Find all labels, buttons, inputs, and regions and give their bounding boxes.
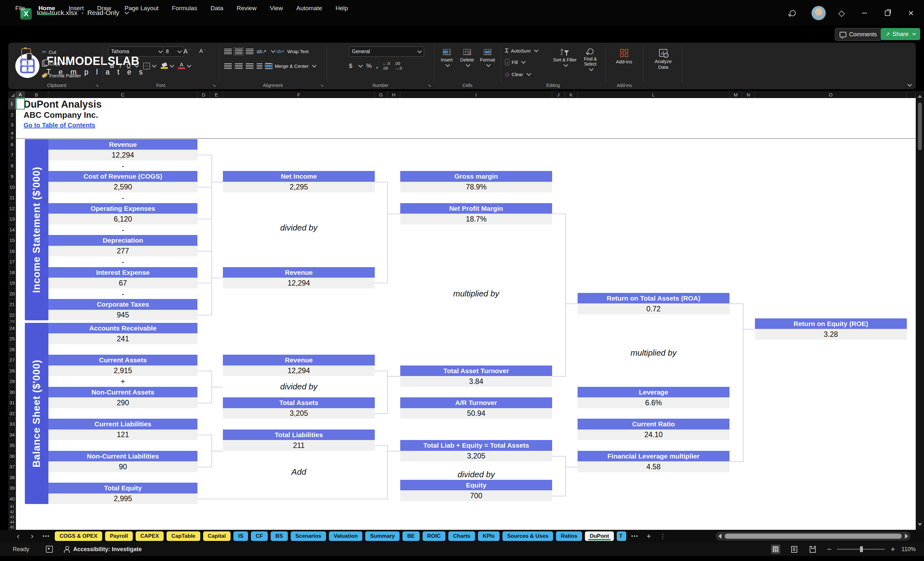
restore-button[interactable] (882, 8, 893, 18)
flow-node-header-bs_current_assets[interactable]: Current Assets (48, 355, 197, 366)
row-header[interactable]: 27 (8, 355, 16, 366)
dialog-launcher-icon[interactable]: ↘ (95, 83, 99, 87)
menu-formulas[interactable]: Formulas (171, 3, 198, 14)
flow-node-value-ar_turnover[interactable]: 50.94 (400, 408, 552, 418)
scroll-left-icon[interactable] (718, 534, 722, 539)
flow-node-value-gross_margin[interactable]: 78.9% (400, 182, 552, 192)
sheet-options-icon[interactable]: ⋮ (657, 532, 668, 540)
flow-node-value-is_opex[interactable]: 6,120 (48, 214, 197, 225)
row-header[interactable]: 25 (8, 333, 16, 344)
flow-node-value-is_depreciation[interactable]: 277 (48, 246, 197, 256)
flow-node-header-current_ratio[interactable]: Current Ratio (578, 418, 729, 429)
menu-view[interactable]: View (269, 3, 284, 14)
flow-node-value-bs_noncurrent_liabilities[interactable]: 90 (48, 461, 197, 472)
row-header[interactable]: 28 (8, 366, 16, 376)
font-family-select[interactable]: Tahoma (108, 46, 165, 57)
premium-diamond-icon[interactable]: ◇ (836, 8, 847, 18)
flow-node-value-total_assets[interactable]: 3,205 (223, 408, 375, 418)
flow-node-value-bs_noncurrent_assets[interactable]: 290 (48, 398, 197, 408)
chevron-down-icon[interactable] (152, 63, 156, 68)
flow-node-header-is_interest[interactable]: Interest Expense (48, 267, 197, 278)
horizontal-scroll-thumb[interactable] (724, 534, 902, 539)
menu-home[interactable]: Home (38, 3, 56, 14)
column-header[interactable]: I (400, 91, 552, 98)
flow-node-header-tle_total_assets[interactable]: Total Liab + Equity = Total Assets (400, 440, 552, 451)
analyze-data-button[interactable]: Analyze Data (650, 46, 677, 70)
row-header[interactable]: 19 (8, 278, 16, 288)
find-select-button[interactable]: Find & Select (578, 45, 602, 70)
flow-node-value-roa[interactable]: 0.72 (578, 303, 729, 314)
font-size-select[interactable]: 8 (163, 46, 184, 57)
chevron-down-icon[interactable] (170, 63, 174, 68)
flow-node-value-bs_current_assets[interactable]: 2,915 (48, 366, 197, 376)
row-header[interactable]: 36 (8, 451, 16, 461)
flow-node-header-is_cogs[interactable]: Cost of Revenue (COGS) (48, 171, 197, 182)
flow-node-header-ar_turnover[interactable]: A/R Turnover (400, 398, 552, 408)
vertical-scrollbar[interactable] (916, 91, 924, 530)
borders-button[interactable] (143, 63, 150, 69)
flow-node-value-bs_total_equity[interactable]: 2,995 (48, 494, 197, 504)
flow-node-header-bs_total_equity[interactable]: Total Equity (48, 483, 197, 494)
column-header[interactable]: H (387, 91, 400, 98)
clear-button[interactable]: ◇ Clear (505, 69, 531, 79)
chevron-down-icon[interactable] (271, 48, 275, 53)
row-header[interactable]: 21 (8, 299, 16, 310)
row-header[interactable]: 16 (8, 246, 16, 256)
row-header[interactable]: 23 (8, 320, 16, 323)
column-header[interactable]: O (755, 91, 907, 98)
select-all-corner[interactable] (8, 91, 16, 98)
flow-node-value-flm[interactable]: 4.58 (578, 461, 729, 472)
column-header[interactable]: C (48, 91, 197, 98)
dialog-launcher-icon[interactable]: ↘ (428, 83, 431, 87)
flow-node-header-total_liabilities[interactable]: Total Liabilities (223, 429, 375, 440)
flow-node-header-equity[interactable]: Equity (400, 480, 552, 490)
align-center-icon[interactable] (235, 63, 243, 69)
flow-node-value-revenue_f1[interactable]: 12,294 (223, 278, 375, 288)
next-sheet-icon[interactable]: › (27, 532, 38, 541)
menu-file[interactable]: File (15, 3, 26, 14)
addins-button[interactable]: Add-ins (612, 46, 636, 64)
column-header[interactable]: J (552, 91, 565, 98)
sheet-tab-dupont[interactable]: DuPont (585, 531, 614, 541)
row-header[interactable]: 34 (8, 429, 16, 440)
number-format-select[interactable]: General (349, 46, 424, 57)
column-header[interactable]: L (578, 91, 729, 98)
row-header[interactable]: 15 (8, 235, 16, 246)
row-header[interactable]: 35 (8, 440, 16, 451)
sheet-tab-cf[interactable]: CF (251, 531, 268, 541)
sheet-tab-ratios[interactable]: Ratios (556, 531, 582, 541)
flow-node-value-leverage[interactable]: 6.6% (578, 398, 729, 408)
row-header[interactable]: 33 (8, 418, 16, 429)
flow-node-value-is_revenue[interactable]: 12,294 (48, 150, 197, 160)
align-middle-icon[interactable] (235, 49, 243, 54)
align-bottom-icon[interactable] (246, 49, 254, 54)
flow-node-value-total_asset_turnover[interactable]: 3.84 (400, 376, 552, 387)
wrap-text-button[interactable]: ab↵ Wrap Text (276, 46, 309, 56)
horizontal-scrollbar[interactable] (716, 532, 910, 541)
flow-node-value-roe[interactable]: 3.28 (755, 329, 907, 340)
flow-node-header-is_taxes[interactable]: Corporate Taxes (48, 299, 197, 310)
sheet-tab-payroll[interactable]: Payroll (105, 531, 133, 541)
fill-button[interactable]: ↓ Fill (505, 57, 525, 67)
column-header[interactable]: E (210, 91, 223, 98)
zoom-slider[interactable] (837, 549, 885, 549)
zoom-out-button[interactable]: − (827, 545, 831, 554)
align-left-icon[interactable] (224, 63, 232, 69)
merge-center-button[interactable]: Merge & Center (265, 61, 316, 70)
column-header[interactable]: M (729, 91, 742, 98)
flow-node-value-bs_current_liabilities[interactable]: 121 (48, 429, 197, 440)
column-header[interactable]: F (223, 91, 375, 98)
comments-button[interactable]: Comments (835, 28, 882, 41)
flow-node-header-bs_noncurrent_liabilities[interactable]: Non-Current Liabilities (48, 451, 197, 461)
flow-node-value-bs_ar[interactable]: 241 (48, 333, 197, 344)
row-header[interactable]: 18 (8, 267, 16, 278)
row-header[interactable]: 31 (8, 398, 16, 408)
flow-node-header-is_depreciation[interactable]: Depreciation (48, 235, 197, 246)
column-header[interactable]: N (742, 91, 755, 98)
page-layout-view-button[interactable] (789, 544, 799, 554)
paste-button[interactable]: Paste (16, 45, 36, 71)
row-header[interactable]: 42 (8, 509, 16, 514)
shrink-font-button[interactable]: Aˇ (200, 46, 206, 56)
add-sheet-icon[interactable]: + (644, 532, 654, 541)
column-header[interactable]: B (25, 91, 48, 98)
